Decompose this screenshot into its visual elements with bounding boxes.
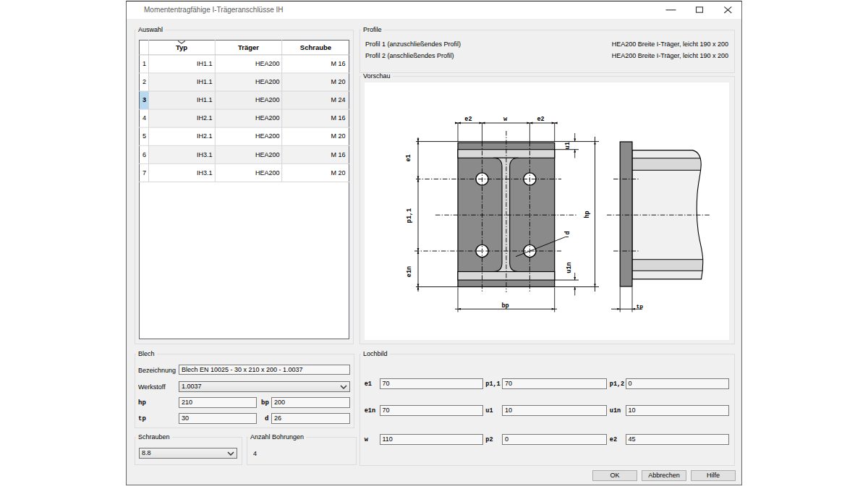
svg-text:e1n: e1n <box>406 266 413 277</box>
svg-text:u1: u1 <box>565 142 572 149</box>
svg-text:e1: e1 <box>406 154 413 161</box>
svg-text:e2: e2 <box>537 116 544 123</box>
svg-text:e2: e2 <box>464 116 472 123</box>
svg-text:p1,1: p1,1 <box>406 208 413 223</box>
svg-text:w: w <box>503 116 508 123</box>
svg-text:tp: tp <box>637 303 644 310</box>
svg-text:u1n: u1n <box>566 262 573 273</box>
svg-text:d: d <box>564 231 571 234</box>
svg-text:bp: bp <box>501 302 509 310</box>
svg-text:hp: hp <box>584 211 591 218</box>
